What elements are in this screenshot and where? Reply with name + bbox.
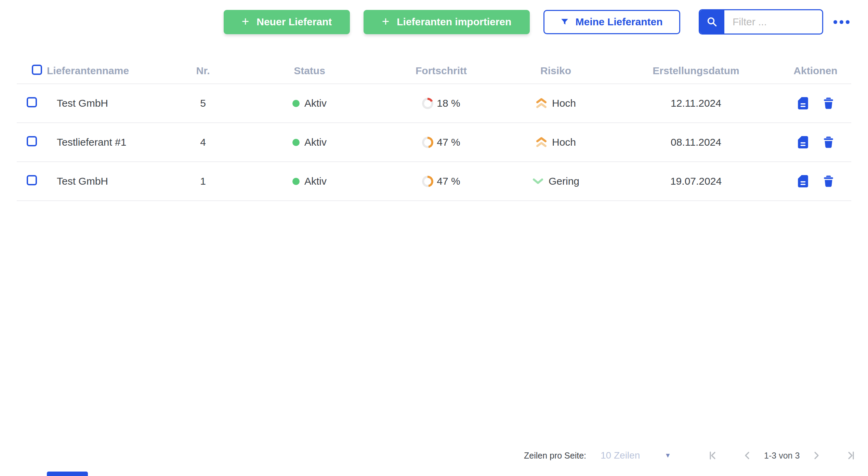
new-supplier-label: Neuer Lieferant xyxy=(257,16,332,28)
risk-label: Hoch xyxy=(552,136,576,148)
actions-cell xyxy=(780,97,851,109)
status-label: Aktiv xyxy=(304,175,327,187)
ellipsis-dot xyxy=(840,20,843,24)
progress-label: 47 % xyxy=(437,175,460,187)
risk-label: Gering xyxy=(549,175,579,187)
document-icon[interactable] xyxy=(798,97,808,109)
ellipsis-dot xyxy=(833,20,837,24)
progress-ring-icon xyxy=(422,137,433,148)
supplier-name: Test GmbH xyxy=(47,175,170,187)
supplier-number: 4 xyxy=(170,136,236,148)
status-label: Aktiv xyxy=(304,136,327,148)
progress-label: 47 % xyxy=(437,136,460,148)
status-cell: Aktiv xyxy=(236,175,383,187)
filter-search-group xyxy=(699,9,823,35)
table-row: Testlieferant #1 4 Aktiv 47 % xyxy=(17,123,851,162)
header-created-date: Erstellungsdatum xyxy=(612,65,780,77)
bottom-left-partial-element[interactable] xyxy=(47,472,88,476)
search-button[interactable] xyxy=(700,10,724,34)
my-suppliers-label: Meine Lieferanten xyxy=(575,16,662,28)
import-suppliers-label: Lieferanten importieren xyxy=(397,16,511,28)
more-options-button[interactable] xyxy=(832,17,851,27)
risk-cell: Hoch xyxy=(499,136,612,148)
filter-funnel-icon xyxy=(561,18,568,26)
header-name: Lieferantenname xyxy=(47,65,170,77)
next-page-icon[interactable] xyxy=(811,450,821,461)
last-page-icon[interactable] xyxy=(845,450,856,461)
row-checkbox[interactable] xyxy=(27,136,37,146)
rows-per-page-value[interactable]: 10 Zeilen xyxy=(601,450,640,461)
new-supplier-button[interactable]: + Neuer Lieferant xyxy=(224,10,350,34)
table-row: Test GmbH 5 Aktiv 18 % xyxy=(17,84,851,123)
filter-input[interactable] xyxy=(724,10,822,34)
risk-high-icon xyxy=(536,137,547,148)
created-date: 08.11.2024 xyxy=(612,136,780,148)
toolbar: + Neuer Lieferant + Lieferanten importie… xyxy=(224,9,851,35)
my-suppliers-button[interactable]: Meine Lieferanten xyxy=(543,10,680,34)
progress-cell: 18 % xyxy=(383,97,499,109)
created-date: 19.07.2024 xyxy=(612,175,780,187)
risk-high-icon xyxy=(536,98,547,109)
supplier-number: 5 xyxy=(170,97,236,109)
table-header-row: Lieferantenname Nr. Status Fortschritt R… xyxy=(17,58,851,84)
actions-cell xyxy=(780,136,851,148)
status-dot-icon xyxy=(292,139,300,146)
header-actions: Aktionen xyxy=(780,65,851,77)
document-icon[interactable] xyxy=(798,136,808,148)
plus-icon: + xyxy=(242,15,249,28)
trash-icon[interactable] xyxy=(824,175,833,187)
import-suppliers-button[interactable]: + Lieferanten importieren xyxy=(364,10,530,34)
header-progress: Fortschritt xyxy=(383,65,499,77)
suppliers-page: + Neuer Lieferant + Lieferanten importie… xyxy=(0,0,868,476)
status-cell: Aktiv xyxy=(236,97,383,109)
ellipsis-dot xyxy=(846,20,850,24)
supplier-number: 1 xyxy=(170,175,236,187)
trash-icon[interactable] xyxy=(824,136,833,148)
trash-icon[interactable] xyxy=(824,97,833,109)
header-nr: Nr. xyxy=(170,65,236,77)
supplier-name: Test GmbH xyxy=(47,97,170,109)
header-status: Status xyxy=(236,65,383,77)
plus-icon: + xyxy=(382,15,390,28)
risk-cell: Hoch xyxy=(499,97,612,109)
status-cell: Aktiv xyxy=(236,136,383,148)
pagination-bar: Zeilen pro Seite: 10 Zeilen ▼ 1-3 von 3 xyxy=(524,446,856,465)
progress-label: 18 % xyxy=(437,97,460,109)
pagination-range: 1-3 von 3 xyxy=(764,451,800,461)
risk-low-icon xyxy=(532,178,544,185)
suppliers-table: Lieferantenname Nr. Status Fortschritt R… xyxy=(17,58,851,201)
created-date: 12.11.2024 xyxy=(612,97,780,109)
progress-ring-icon xyxy=(422,98,433,109)
header-checkbox-cell xyxy=(17,65,47,77)
document-icon[interactable] xyxy=(798,175,808,187)
actions-cell xyxy=(780,175,851,187)
status-dot-icon xyxy=(292,178,300,185)
progress-cell: 47 % xyxy=(383,175,499,187)
row-checkbox-cell xyxy=(17,97,47,110)
row-checkbox[interactable] xyxy=(27,175,37,185)
status-label: Aktiv xyxy=(304,97,327,109)
rows-per-page-label: Zeilen pro Seite: xyxy=(524,451,586,461)
progress-ring-icon xyxy=(422,176,433,187)
progress-cell: 47 % xyxy=(383,136,499,148)
search-icon xyxy=(706,16,718,28)
table-row: Test GmbH 1 Aktiv 47 % xyxy=(17,162,851,201)
header-risk: Risiko xyxy=(499,65,612,77)
select-all-checkbox[interactable] xyxy=(32,65,42,75)
table-body: Test GmbH 5 Aktiv 18 % xyxy=(17,84,851,201)
status-dot-icon xyxy=(292,100,300,107)
row-checkbox-cell xyxy=(17,136,47,149)
supplier-name: Testlieferant #1 xyxy=(47,136,170,148)
row-checkbox[interactable] xyxy=(27,97,37,107)
first-page-icon[interactable] xyxy=(707,450,718,461)
rows-per-page-caret-icon[interactable]: ▼ xyxy=(665,452,671,459)
previous-page-icon[interactable] xyxy=(742,450,753,461)
row-checkbox-cell xyxy=(17,175,47,188)
risk-cell: Gering xyxy=(499,175,612,187)
risk-label: Hoch xyxy=(552,97,576,109)
